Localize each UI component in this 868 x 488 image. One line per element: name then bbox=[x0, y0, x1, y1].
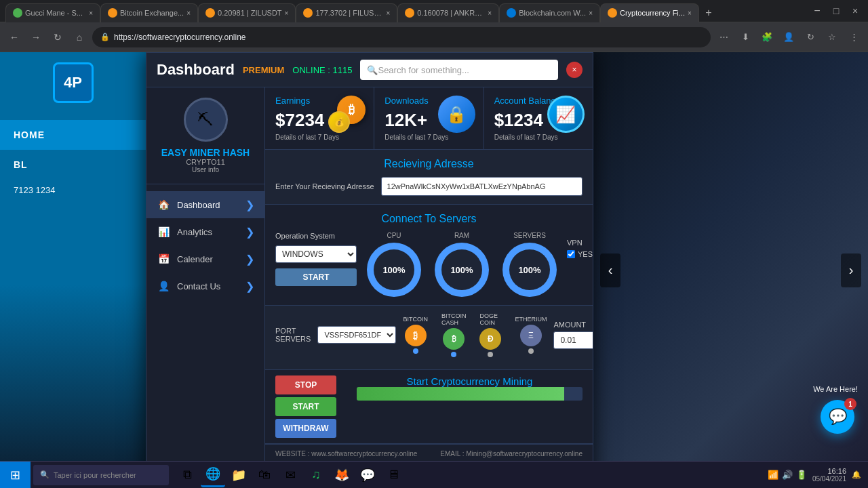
site-nav-home[interactable]: HOME bbox=[0, 120, 146, 150]
stats-row: Earnings $7234 Details of last 7 Days ₿ … bbox=[265, 87, 593, 150]
start-button[interactable]: START bbox=[275, 397, 336, 416]
sidebar-item-dashboard[interactable]: 🏠 Dashboard ❯ bbox=[146, 191, 264, 218]
dashboard-close-button[interactable]: × bbox=[566, 62, 583, 78]
servers-meter: SERVERS 100% bbox=[502, 232, 557, 297]
os-label: Operation System bbox=[275, 232, 357, 240]
port-select[interactable]: VSSFSDF651DF bbox=[317, 326, 396, 344]
extensions-button[interactable]: ⋯ bbox=[715, 28, 732, 46]
withdraw-button[interactable]: WITHDRAW bbox=[275, 419, 336, 438]
tab-favicon-6 bbox=[507, 8, 516, 18]
address-bar[interactable]: 🔒 https://softwarecryptocurrency.online bbox=[92, 27, 711, 47]
taskbar-app-spotify[interactable]: ♫ bbox=[304, 463, 328, 487]
connect-title: Connect To Servers bbox=[275, 213, 583, 225]
vpn-yes-checkbox[interactable] bbox=[567, 250, 575, 258]
bitcoin-label: BITCOIN bbox=[403, 316, 428, 323]
profile-button[interactable]: 👤 bbox=[780, 28, 797, 46]
dashboard-header: Dashboard PREMIUM ONLINE : 1115 🔍 Search… bbox=[146, 53, 593, 87]
taskbar-search-placeholder: Taper ici pour rechercher bbox=[54, 471, 136, 479]
analytics-icon: 📊 bbox=[157, 225, 170, 239]
sidebar-subname: CRYPTO11 bbox=[157, 158, 254, 166]
new-tab-button[interactable]: + bbox=[699, 3, 718, 22]
tab-close-2[interactable]: × bbox=[186, 9, 191, 17]
dashboard-icon: 🏠 bbox=[157, 198, 170, 211]
taskbar-search[interactable]: 🔍 Taper ici pour rechercher bbox=[33, 465, 169, 485]
page-right: ‹ › We Are Here! 💬 1 bbox=[593, 52, 868, 488]
taskbar: ⊞ 🔍 Taper ici pour rechercher ⧉ 🌐 📁 🛍 ✉ … bbox=[0, 461, 868, 488]
battery-icon: 🔋 bbox=[796, 470, 807, 480]
site-logo-icon: 4P bbox=[53, 62, 94, 103]
receiving-title: Recieving Adresse bbox=[275, 158, 583, 170]
favorite-button[interactable]: ☆ bbox=[823, 28, 841, 46]
chat-button[interactable]: 💬 1 bbox=[821, 400, 854, 434]
tab-6[interactable]: Blockchain.com W... × bbox=[499, 3, 600, 22]
tab-close-4[interactable]: × bbox=[386, 9, 390, 17]
taskbar-app-explorer[interactable]: 📁 bbox=[226, 463, 251, 487]
forward-button[interactable]: → bbox=[27, 28, 45, 46]
tab-label-3: 0.20981 | ZILUSDT bbox=[218, 9, 282, 17]
amount-select[interactable]: 0.01 0.1 1.0 bbox=[553, 331, 593, 349]
tab-close-3[interactable]: × bbox=[285, 9, 289, 17]
tab-label-2: Bitcoin Exchange... bbox=[120, 9, 184, 17]
ram-circle: 100% bbox=[435, 243, 489, 297]
vpn-yes-option[interactable]: YES bbox=[567, 250, 593, 258]
tab-label-4: 177.3702 | FILUSDT bbox=[315, 9, 383, 17]
site-nav-bl[interactable]: BL bbox=[0, 150, 146, 180]
receiving-input[interactable] bbox=[381, 177, 583, 196]
notification-center-icon[interactable]: 🔔 bbox=[852, 470, 861, 479]
tab-close-6[interactable]: × bbox=[589, 9, 593, 17]
sidebar-item-analytics[interactable]: 📊 Analytics ❯ bbox=[146, 218, 264, 245]
tab-close-7[interactable]: × bbox=[688, 9, 692, 17]
taskbar-app-store[interactable]: 🛍 bbox=[252, 463, 277, 487]
close-window-button[interactable]: × bbox=[848, 3, 863, 18]
tab-2[interactable]: Bitcoin Exchange... × bbox=[100, 3, 198, 22]
stop-button[interactable]: STOP bbox=[275, 375, 336, 394]
dashboard-panel: Dashboard PREMIUM ONLINE : 1115 🔍 Search… bbox=[146, 52, 593, 488]
maximize-button[interactable]: □ bbox=[829, 3, 844, 18]
doge-label: DOGE COIN bbox=[479, 312, 501, 326]
downloads-button[interactable]: ⬇ bbox=[736, 28, 754, 46]
taskbar-app-discord[interactable]: 💬 bbox=[355, 463, 380, 487]
os-select[interactable]: WINDOWS LINUX MAC bbox=[275, 245, 357, 263]
doge-dot bbox=[488, 352, 493, 357]
receiving-section: Recieving Adresse Enter Your Recieving A… bbox=[265, 150, 593, 205]
bitcoin-cash-icon: ₿ bbox=[443, 328, 465, 350]
back-button[interactable]: ← bbox=[5, 28, 23, 46]
ethereum-item: ETHERIUM Ξ bbox=[515, 316, 547, 354]
sidebar-menu: 🏠 Dashboard ❯ 📊 Analytics ❯ 📅 Calender ❯ bbox=[146, 184, 264, 306]
taskbar-app-mail[interactable]: ✉ bbox=[278, 463, 302, 487]
connect-start-button[interactable]: START bbox=[275, 268, 357, 286]
reload-button[interactable]: ↻ bbox=[49, 28, 66, 46]
tab-3[interactable]: 0.20981 | ZILUSDT × bbox=[198, 3, 296, 22]
taskbar-app-vmware[interactable]: 🖥 bbox=[381, 463, 406, 487]
sidebar-item-contact[interactable]: 👤 Contact Us ❯ bbox=[146, 272, 264, 300]
tab-close-5[interactable]: × bbox=[488, 9, 492, 17]
dashboard-body: ⛏ EASY MINER HASH CRYPTO11 User info 🏠 D… bbox=[146, 87, 593, 488]
site-nav: HOME BL bbox=[0, 120, 146, 180]
tab-5[interactable]: 0.160078 | ANKRUS... × bbox=[397, 3, 499, 22]
footer-website: WEBSITE : www.softwarecryptocurrency.onl… bbox=[275, 450, 417, 458]
clock: 16:16 bbox=[827, 467, 846, 475]
search-box[interactable]: 🔍 Search for something... bbox=[360, 60, 558, 80]
tab-7[interactable]: Cryptocurrency Fi... × bbox=[600, 3, 699, 22]
start-button-taskbar[interactable]: ⊞ bbox=[0, 462, 31, 489]
tab-close-1[interactable]: × bbox=[89, 9, 93, 17]
tab-favicon-2 bbox=[108, 8, 117, 18]
carousel-right-arrow[interactable]: › bbox=[841, 253, 861, 287]
tab-4[interactable]: 177.3702 | FILUSDT × bbox=[296, 3, 397, 22]
menu-button[interactable]: ⋮ bbox=[845, 28, 863, 46]
taskbar-app-firefox[interactable]: 🦊 bbox=[330, 463, 354, 487]
sidebar-item-calendar[interactable]: 📅 Calender ❯ bbox=[146, 245, 264, 272]
action-mining-section: STOP START WITHDRAW Start Cryptocurrency… bbox=[265, 370, 593, 444]
cpu-circle: 100% bbox=[367, 243, 421, 297]
home-button[interactable]: ⌂ bbox=[71, 28, 88, 46]
search-icon: 🔍 bbox=[367, 65, 378, 75]
carousel-left-arrow[interactable]: ‹ bbox=[600, 253, 620, 287]
taskbar-app-edge[interactable]: 🌐 bbox=[201, 463, 225, 487]
sync-button[interactable]: ↻ bbox=[802, 28, 819, 46]
minimize-button[interactable]: − bbox=[810, 3, 825, 18]
tab-1[interactable]: Gucci Mane - S... × bbox=[5, 3, 100, 22]
browser-chrome: Gucci Mane - S... × Bitcoin Exchange... … bbox=[0, 0, 868, 52]
bitcoin-dot bbox=[413, 348, 418, 354]
taskbar-app-taskview[interactable]: ⧉ bbox=[175, 463, 199, 487]
extensions2-button[interactable]: 🧩 bbox=[758, 28, 776, 46]
